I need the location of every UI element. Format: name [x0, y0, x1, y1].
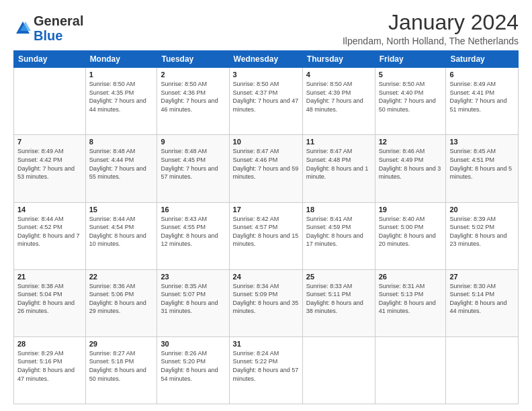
day-number: 3	[233, 71, 299, 79]
day-number: 19	[379, 205, 443, 214]
calendar-cell: 17Sunrise: 8:42 AMSunset: 4:57 PMDayligh…	[229, 202, 302, 269]
calendar-cell: 11Sunrise: 8:47 AMSunset: 4:48 PMDayligh…	[302, 135, 375, 202]
day-number: 17	[233, 205, 299, 214]
day-number: 4	[306, 71, 371, 79]
day-number: 16	[161, 205, 225, 214]
location: Ilpendam, North Holland, The Netherlands	[343, 36, 519, 46]
day-number: 12	[379, 138, 443, 146]
day-info: Sunrise: 8:50 AMSunset: 4:39 PMDaylight:…	[306, 80, 371, 113]
day-number: 7	[17, 138, 82, 146]
day-info: Sunrise: 8:26 AMSunset: 5:20 PMDaylight:…	[161, 349, 225, 383]
logo-blue: Blue	[34, 28, 62, 43]
day-number: 6	[449, 71, 515, 79]
day-info: Sunrise: 8:44 AMSunset: 4:52 PMDaylight:…	[17, 215, 82, 248]
day-info: Sunrise: 8:50 AMSunset: 4:35 PMDaylight:…	[89, 80, 154, 113]
calendar-cell: 29Sunrise: 8:27 AMSunset: 5:18 PMDayligh…	[85, 336, 157, 404]
calendar-cell: 4Sunrise: 8:50 AMSunset: 4:39 PMDaylight…	[302, 68, 375, 135]
col-monday: Monday	[85, 51, 157, 68]
day-info: Sunrise: 8:47 AMSunset: 4:46 PMDaylight:…	[233, 147, 299, 181]
day-number: 27	[449, 273, 515, 281]
day-info: Sunrise: 8:50 AMSunset: 4:37 PMDaylight:…	[233, 80, 299, 113]
calendar-cell: 7Sunrise: 8:49 AMSunset: 4:42 PMDaylight…	[14, 135, 86, 202]
col-wednesday: Wednesday	[229, 51, 302, 68]
calendar-cell: 31Sunrise: 8:24 AMSunset: 5:22 PMDayligh…	[229, 336, 302, 404]
calendar-cell: 1Sunrise: 8:50 AMSunset: 4:35 PMDaylight…	[85, 68, 157, 135]
calendar-cell: 15Sunrise: 8:44 AMSunset: 4:54 PMDayligh…	[85, 202, 157, 269]
logo-text: General Blue	[34, 13, 83, 43]
calendar-cell: 28Sunrise: 8:29 AMSunset: 5:16 PMDayligh…	[14, 336, 86, 404]
day-number: 1	[89, 71, 154, 79]
day-info: Sunrise: 8:43 AMSunset: 4:55 PMDaylight:…	[161, 215, 225, 248]
day-info: Sunrise: 8:41 AMSunset: 4:59 PMDaylight:…	[306, 215, 371, 248]
day-number: 23	[161, 273, 225, 281]
day-info: Sunrise: 8:42 AMSunset: 4:57 PMDaylight:…	[233, 215, 299, 248]
day-number: 24	[233, 273, 299, 281]
day-info: Sunrise: 8:46 AMSunset: 4:49 PMDaylight:…	[379, 147, 443, 181]
calendar-cell	[302, 336, 375, 404]
calendar-week-3: 14Sunrise: 8:44 AMSunset: 4:52 PMDayligh…	[14, 202, 519, 269]
logo-general: General	[34, 13, 83, 28]
calendar-cell: 3Sunrise: 8:50 AMSunset: 4:37 PMDaylight…	[229, 68, 302, 135]
day-number: 15	[89, 205, 154, 214]
calendar-cell: 19Sunrise: 8:40 AMSunset: 5:00 PMDayligh…	[375, 202, 446, 269]
day-info: Sunrise: 8:45 AMSunset: 4:51 PMDaylight:…	[449, 147, 515, 181]
col-saturday: Saturday	[446, 51, 519, 68]
calendar-cell: 22Sunrise: 8:36 AMSunset: 5:06 PMDayligh…	[85, 269, 157, 336]
calendar-cell: 16Sunrise: 8:43 AMSunset: 4:55 PMDayligh…	[157, 202, 229, 269]
calendar-cell: 9Sunrise: 8:48 AMSunset: 4:45 PMDaylight…	[157, 135, 229, 202]
day-number: 2	[161, 71, 225, 79]
day-info: Sunrise: 8:30 AMSunset: 5:14 PMDaylight:…	[449, 282, 515, 316]
day-number: 18	[306, 205, 371, 214]
day-info: Sunrise: 8:24 AMSunset: 5:22 PMDaylight:…	[233, 349, 299, 383]
day-info: Sunrise: 8:49 AMSunset: 4:42 PMDaylight:…	[17, 147, 82, 181]
calendar-cell: 13Sunrise: 8:45 AMSunset: 4:51 PMDayligh…	[446, 135, 519, 202]
day-info: Sunrise: 8:48 AMSunset: 4:44 PMDaylight:…	[89, 147, 154, 181]
day-info: Sunrise: 8:35 AMSunset: 5:07 PMDaylight:…	[161, 282, 225, 316]
day-info: Sunrise: 8:47 AMSunset: 4:48 PMDaylight:…	[306, 147, 371, 181]
day-info: Sunrise: 8:27 AMSunset: 5:18 PMDaylight:…	[89, 349, 154, 383]
day-number: 10	[233, 138, 299, 146]
calendar-cell	[375, 336, 446, 404]
title-block: January 2024 Ilpendam, North Holland, Th…	[343, 11, 519, 46]
calendar-cell	[14, 68, 86, 135]
col-friday: Friday	[375, 51, 446, 68]
day-number: 13	[449, 138, 515, 146]
day-number: 26	[379, 273, 443, 281]
calendar-cell: 12Sunrise: 8:46 AMSunset: 4:49 PMDayligh…	[375, 135, 446, 202]
day-info: Sunrise: 8:36 AMSunset: 5:06 PMDaylight:…	[89, 282, 154, 316]
calendar-cell: 6Sunrise: 8:49 AMSunset: 4:41 PMDaylight…	[446, 68, 519, 135]
calendar-week-5: 28Sunrise: 8:29 AMSunset: 5:16 PMDayligh…	[14, 336, 519, 404]
calendar-week-2: 7Sunrise: 8:49 AMSunset: 4:42 PMDaylight…	[14, 135, 519, 202]
calendar-cell: 25Sunrise: 8:33 AMSunset: 5:11 PMDayligh…	[302, 269, 375, 336]
day-number: 20	[449, 205, 515, 214]
calendar-cell: 14Sunrise: 8:44 AMSunset: 4:52 PMDayligh…	[14, 202, 86, 269]
day-info: Sunrise: 8:50 AMSunset: 4:40 PMDaylight:…	[379, 80, 443, 113]
day-info: Sunrise: 8:50 AMSunset: 4:36 PMDaylight:…	[161, 80, 225, 113]
day-info: Sunrise: 8:34 AMSunset: 5:09 PMDaylight:…	[233, 282, 299, 316]
day-info: Sunrise: 8:31 AMSunset: 5:13 PMDaylight:…	[379, 282, 443, 316]
day-number: 29	[89, 340, 154, 348]
calendar-cell: 26Sunrise: 8:31 AMSunset: 5:13 PMDayligh…	[375, 269, 446, 336]
calendar-cell: 27Sunrise: 8:30 AMSunset: 5:14 PMDayligh…	[446, 269, 519, 336]
column-headers: Sunday Monday Tuesday Wednesday Thursday…	[14, 51, 519, 68]
col-tuesday: Tuesday	[157, 51, 229, 68]
col-sunday: Sunday	[14, 51, 86, 68]
calendar-cell: 30Sunrise: 8:26 AMSunset: 5:20 PMDayligh…	[157, 336, 229, 404]
day-number: 11	[306, 138, 371, 146]
logo: General Blue	[13, 13, 83, 43]
col-thursday: Thursday	[302, 51, 375, 68]
day-number: 5	[379, 71, 443, 79]
calendar-cell: 21Sunrise: 8:38 AMSunset: 5:04 PMDayligh…	[14, 269, 86, 336]
day-info: Sunrise: 8:38 AMSunset: 5:04 PMDaylight:…	[17, 282, 82, 316]
calendar-cell: 8Sunrise: 8:48 AMSunset: 4:44 PMDaylight…	[85, 135, 157, 202]
logo-icon	[13, 19, 32, 38]
day-number: 30	[161, 340, 225, 348]
day-number: 31	[233, 340, 299, 348]
day-info: Sunrise: 8:29 AMSunset: 5:16 PMDaylight:…	[17, 349, 82, 383]
calendar-cell: 18Sunrise: 8:41 AMSunset: 4:59 PMDayligh…	[302, 202, 375, 269]
day-number: 8	[89, 138, 154, 146]
day-info: Sunrise: 8:44 AMSunset: 4:54 PMDaylight:…	[89, 215, 154, 248]
calendar-week-1: 1Sunrise: 8:50 AMSunset: 4:35 PMDaylight…	[14, 68, 519, 135]
day-info: Sunrise: 8:40 AMSunset: 5:00 PMDaylight:…	[379, 215, 443, 248]
day-number: 28	[17, 340, 82, 348]
